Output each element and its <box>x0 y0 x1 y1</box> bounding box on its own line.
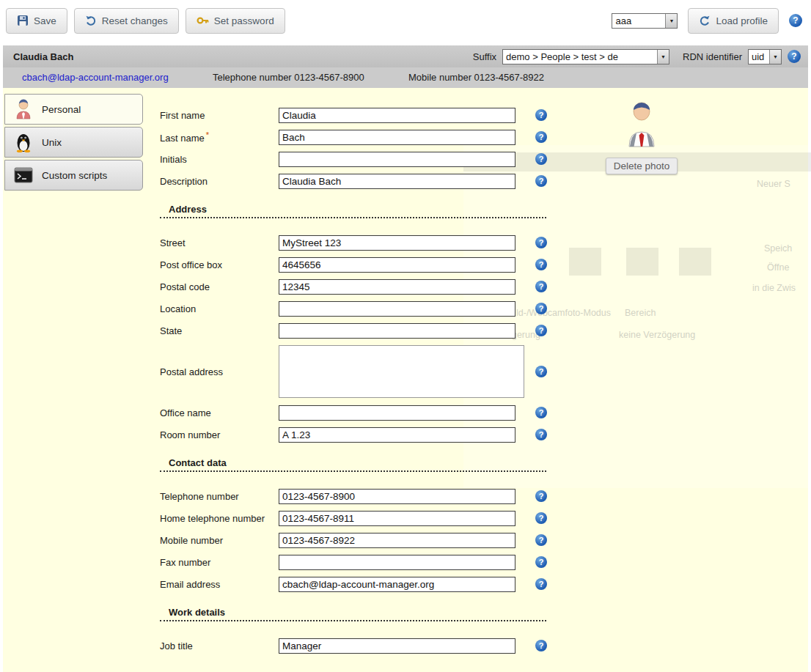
ghost-text: in die Zwis <box>752 283 796 293</box>
field-row: Mobile number ? <box>160 529 550 551</box>
help-icon[interactable]: ? <box>535 325 547 336</box>
module-tabs: Personal Unix Custom scripts <box>4 94 143 193</box>
tab-unix-label: Unix <box>42 137 62 148</box>
field-row: Home telephone number ? <box>160 507 550 529</box>
field-row: Room number ? <box>160 424 550 446</box>
load-profile-button[interactable]: Load profile <box>688 8 779 34</box>
telephone-number-input[interactable] <box>279 489 515 504</box>
help-icon[interactable]: ? <box>535 407 547 418</box>
delete-photo-button[interactable]: Delete photo <box>606 158 678 174</box>
postal-address-textarea[interactable] <box>279 345 524 398</box>
office-name-input[interactable] <box>279 405 515 421</box>
dropdown-arrow-icon: ▼ <box>769 50 781 64</box>
required-asterisk: * <box>206 130 209 139</box>
location-input[interactable] <box>279 301 515 317</box>
post-office-box-label: Post office box <box>160 259 279 270</box>
undo-arrow-icon <box>85 15 97 26</box>
room-number-input[interactable] <box>279 427 515 443</box>
account-mobile-text: Mobile number 0123-4567-8922 <box>408 72 544 83</box>
ghost-thumbnail <box>626 248 658 276</box>
help-icon[interactable]: ? <box>535 490 547 502</box>
tab-custom-scripts-label: Custom scripts <box>42 170 107 181</box>
load-profile-label: Load profile <box>716 15 768 26</box>
help-icon[interactable]: ? <box>535 281 547 292</box>
ghost-text: Neuer S <box>757 179 790 189</box>
personal-form: First name ? Last name* ? Initials ? Des… <box>160 104 550 657</box>
field-row: Postal address ? <box>160 341 550 402</box>
help-icon[interactable]: ? <box>535 303 547 314</box>
rdn-identifier-label: RDN identifier <box>683 51 742 62</box>
field-row: State ? <box>160 320 550 341</box>
profile-select[interactable]: aaa ▼ <box>612 13 678 29</box>
dropdown-arrow-icon: ▼ <box>665 14 677 28</box>
account-header-row1: Claudia Bach Suffix demo > People > test… <box>3 45 808 67</box>
dropdown-arrow-icon: ▼ <box>657 50 669 64</box>
help-icon[interactable]: ? <box>535 534 547 546</box>
reset-changes-button[interactable]: Reset changes <box>74 8 179 34</box>
office-name-label: Office name <box>160 407 279 418</box>
account-header: Claudia Bach Suffix demo > People > test… <box>3 45 808 88</box>
field-row: Post office box ? <box>160 254 550 276</box>
field-row: Location ? <box>160 298 550 320</box>
profile-select-value: aaa <box>612 14 665 28</box>
first-name-input[interactable] <box>279 108 515 123</box>
help-icon[interactable]: ? <box>535 153 547 165</box>
tab-custom-scripts[interactable]: Custom scripts <box>4 160 143 191</box>
help-icon[interactable]: ? <box>535 640 547 651</box>
toolbar-help-icon[interactable]: ? <box>789 14 802 27</box>
ghost-text: keine Verzögerung <box>619 330 695 340</box>
main-content: Neuer S Speich Öffne in die Zwis ld-/Web… <box>3 88 808 672</box>
help-icon[interactable]: ? <box>535 556 547 568</box>
home-telephone-number-label: Home telephone number <box>160 513 279 524</box>
home-telephone-number-input[interactable] <box>279 511 515 526</box>
help-icon[interactable]: ? <box>535 429 547 440</box>
help-icon[interactable]: ? <box>535 175 547 187</box>
reload-arrow-icon <box>699 15 711 26</box>
field-row: Telephone number ? <box>160 485 550 507</box>
tab-personal-label: Personal <box>42 104 81 115</box>
save-label: Save <box>34 15 56 26</box>
ghost-text: Öffne <box>767 262 789 273</box>
photo-area: Delete photo <box>601 101 682 174</box>
help-icon[interactable]: ? <box>535 259 547 270</box>
street-input[interactable] <box>279 235 515 251</box>
email-address-input[interactable] <box>279 577 515 592</box>
terminal-icon <box>12 167 34 183</box>
penguin-icon <box>12 132 34 152</box>
state-label: State <box>160 325 279 336</box>
field-row: Initials ? <box>160 148 550 170</box>
ghost-thumbnail <box>679 248 711 276</box>
fax-number-input[interactable] <box>279 555 515 570</box>
last-name-input[interactable] <box>279 130 515 145</box>
description-input[interactable] <box>279 174 515 189</box>
street-label: Street <box>160 237 279 248</box>
help-icon[interactable]: ? <box>535 237 547 248</box>
postal-code-label: Postal code <box>160 281 279 292</box>
tab-personal[interactable]: Personal <box>4 94 143 125</box>
help-icon[interactable]: ? <box>535 578 547 590</box>
help-icon[interactable]: ? <box>535 366 547 377</box>
save-disk-icon <box>17 15 29 26</box>
account-email-link[interactable]: cbach@ldap-account-manager.org <box>22 72 169 83</box>
save-button[interactable]: Save <box>6 8 67 34</box>
header-right-group: Suffix demo > People > test > de ▼ RDN i… <box>473 49 801 64</box>
initials-input[interactable] <box>279 152 515 167</box>
job-title-input[interactable] <box>279 638 515 654</box>
mobile-number-input[interactable] <box>279 533 515 548</box>
suffix-select[interactable]: demo > People > test > de ▼ <box>502 49 669 64</box>
postal-code-input[interactable] <box>279 279 515 295</box>
ghost-text: Speich <box>764 243 792 254</box>
reset-changes-label: Reset changes <box>102 15 168 26</box>
help-icon[interactable]: ? <box>535 109 547 121</box>
rdn-select[interactable]: uid ▼ <box>748 49 782 64</box>
help-icon[interactable]: ? <box>535 131 547 143</box>
set-password-button[interactable]: Set password <box>186 8 285 34</box>
help-icon[interactable]: ? <box>535 512 547 524</box>
person-icon <box>12 99 34 119</box>
tab-unix[interactable]: Unix <box>4 127 143 158</box>
user-photo <box>623 101 660 148</box>
account-header-row2: cbach@ldap-account-manager.org Telephone… <box>3 67 808 88</box>
header-help-icon[interactable]: ? <box>788 50 801 63</box>
post-office-box-input[interactable] <box>279 257 515 273</box>
state-input[interactable] <box>279 323 515 339</box>
